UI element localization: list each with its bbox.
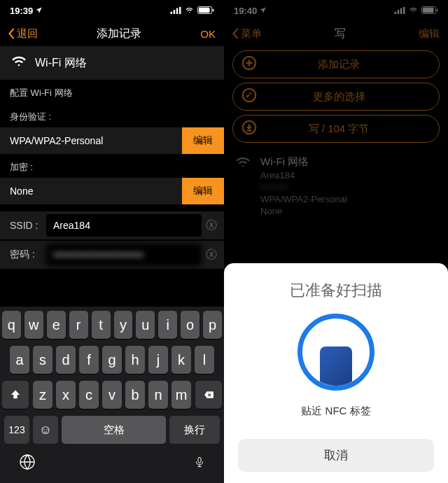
ssid-label: SSID : <box>10 220 46 231</box>
key-p[interactable]: p <box>203 311 222 339</box>
edit-button[interactable]: 编辑 <box>419 27 440 41</box>
key-a[interactable]: a <box>10 346 29 374</box>
key-d[interactable]: d <box>56 346 76 374</box>
key-i[interactable]: i <box>158 311 177 339</box>
status-time: 19:39 <box>10 6 33 16</box>
add-record-button[interactable]: 添加记录 <box>232 50 440 78</box>
ssid-input[interactable] <box>46 214 202 237</box>
back-button[interactable]: 退回 <box>8 27 38 41</box>
emoji-key[interactable]: ☺ <box>33 416 58 444</box>
phone-right: 19:40 菜单 写 编辑 添加记录 <box>224 0 448 483</box>
add-record-label: 添加记录 <box>239 58 439 71</box>
location-icon <box>35 6 43 16</box>
ok-button[interactable]: OK <box>200 28 216 40</box>
key-j[interactable]: j <box>148 346 168 374</box>
space-key[interactable]: 空格 <box>62 416 166 444</box>
password-input[interactable] <box>46 244 202 266</box>
sheet-subtitle: 贴近 NFC 标签 <box>238 405 434 418</box>
status-bar: 19:40 <box>224 0 448 21</box>
write-label: 写 / 104 字节 <box>239 122 439 136</box>
encrypt-edit-button[interactable]: 编辑 <box>182 178 224 204</box>
key-y[interactable]: y <box>114 311 133 339</box>
auth-edit-button[interactable]: 编辑 <box>182 127 224 154</box>
clear-password-icon[interactable]: ⓧ <box>206 248 217 262</box>
configure-label: 配置 Wi-Fi 网络 <box>0 80 224 104</box>
password-label: 密码 : <box>10 248 46 261</box>
svg-rect-2 <box>176 8 178 13</box>
key-f[interactable]: f <box>79 346 99 374</box>
svg-rect-10 <box>398 10 400 14</box>
clear-ssid-icon[interactable]: ⓧ <box>206 218 217 233</box>
section-header: Wi-Fi 网络 <box>0 46 224 80</box>
key-u[interactable]: u <box>136 311 155 339</box>
nav-bar: 退回 添加记录 OK <box>0 21 224 46</box>
battery-icon <box>197 6 214 16</box>
auth-label: 身份验证 : <box>0 104 224 127</box>
mic-key[interactable] <box>194 454 205 475</box>
key-q[interactable]: q <box>2 311 21 339</box>
key-c[interactable]: c <box>79 381 99 409</box>
key-n[interactable]: n <box>148 381 168 409</box>
auth-value: WPA/WPA2-Personal <box>0 135 182 146</box>
section-title: Wi-Fi 网络 <box>35 56 87 71</box>
svg-rect-0 <box>171 11 173 13</box>
sheet-title: 已准备好扫描 <box>238 280 434 301</box>
phone-left: 19:39 退回 添加记录 OK Wi-Fi 网络 <box>0 0 224 483</box>
key-b[interactable]: b <box>125 381 145 409</box>
key-z[interactable]: z <box>33 381 52 409</box>
numeric-key[interactable]: 123 <box>4 416 29 444</box>
wifi-icon <box>234 155 252 218</box>
svg-rect-14 <box>423 7 434 12</box>
menu-label: 菜单 <box>241 27 262 41</box>
status-bar: 19:39 <box>0 0 224 21</box>
keyboard: qwertyuiop asdfghjkl zxcvbnm 123 ☺ 空格 换行 <box>0 307 224 483</box>
more-options-label: 更多的选择 <box>239 90 439 104</box>
key-g[interactable]: g <box>102 346 122 374</box>
record-enc: None <box>260 206 347 216</box>
key-s[interactable]: s <box>33 346 52 374</box>
key-x[interactable]: x <box>56 381 76 409</box>
nav-bar: 菜单 写 编辑 <box>224 21 448 46</box>
key-e[interactable]: e <box>47 311 66 339</box>
wifi-icon <box>10 55 28 71</box>
key-o[interactable]: o <box>181 311 200 339</box>
backspace-key[interactable] <box>195 381 222 409</box>
key-k[interactable]: k <box>172 346 191 374</box>
write-button[interactable]: 写 / 104 字节 <box>232 115 440 143</box>
key-r[interactable]: r <box>69 311 88 339</box>
key-m[interactable]: m <box>172 381 191 409</box>
key-w[interactable]: w <box>24 311 43 339</box>
svg-rect-8 <box>198 457 201 463</box>
globe-key[interactable] <box>19 454 36 475</box>
more-options-button[interactable]: 更多的选择 <box>232 83 440 111</box>
password-row: 密码 : ⓧ <box>0 241 224 269</box>
key-t[interactable]: t <box>92 311 111 339</box>
wifi-icon <box>408 6 419 16</box>
battery-icon <box>421 6 438 16</box>
encrypt-value: None <box>0 186 182 197</box>
location-icon <box>259 6 267 16</box>
record-password: •••••••• <box>260 182 347 192</box>
key-v[interactable]: v <box>102 381 122 409</box>
status-time: 19:40 <box>234 6 257 16</box>
return-key[interactable]: 换行 <box>169 416 220 444</box>
signal-icon <box>170 6 181 16</box>
key-h[interactable]: h <box>125 346 145 374</box>
menu-button[interactable]: 菜单 <box>232 27 262 41</box>
svg-rect-11 <box>400 8 402 13</box>
encrypt-row: None 编辑 <box>0 178 224 204</box>
cancel-button[interactable]: 取消 <box>238 439 434 472</box>
ssid-row: SSID : ⓧ <box>0 211 224 239</box>
auth-row: WPA/WPA2-Personal 编辑 <box>0 127 224 154</box>
svg-rect-6 <box>213 8 214 11</box>
record-auth: WPA/WPA2-Personal <box>260 194 347 204</box>
record-title: Wi-Fi 网络 <box>260 155 347 169</box>
nav-title: 写 <box>335 27 346 41</box>
svg-rect-1 <box>174 10 176 14</box>
nfc-scan-sheet: 已准备好扫描 贴近 NFC 标签 取消 <box>224 263 448 483</box>
encrypt-label: 加密 : <box>0 154 224 178</box>
record-ssid: Area184 <box>260 170 347 181</box>
record-item[interactable]: Wi-Fi 网络 Area184 •••••••• WPA/WPA2-Perso… <box>224 147 448 226</box>
key-l[interactable]: l <box>195 346 214 374</box>
shift-key[interactable] <box>2 381 29 409</box>
